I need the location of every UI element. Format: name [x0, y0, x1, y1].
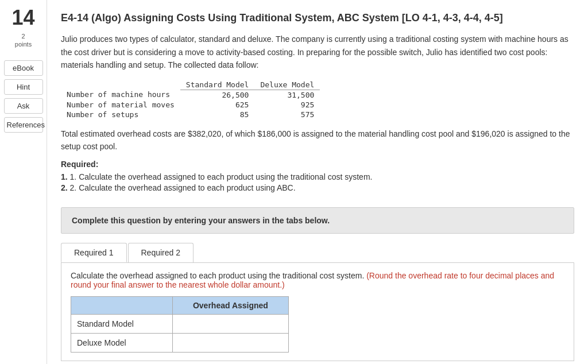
data-row-label: Number of setups — [61, 110, 180, 119]
ask-button[interactable]: Ask — [4, 98, 43, 114]
tab-instruction: Calculate the overhead assigned to each … — [71, 271, 564, 289]
data-row-label: Number of machine hours — [61, 90, 180, 100]
answer-table-row: Deluxe Model — [71, 334, 289, 353]
col2-header: Deluxe Model — [254, 80, 320, 90]
data-row-col2: 31,500 — [254, 90, 320, 100]
ebook-button[interactable]: eBook — [4, 60, 43, 76]
sidebar: 14 2 points eBook Hint Ask References — [0, 0, 47, 364]
data-table-row: Number of machine hours 26,500 31,500 — [61, 90, 320, 100]
data-table-row: Number of material moves 625 925 — [61, 100, 320, 110]
data-row-col1: 26,500 — [180, 90, 255, 100]
answer-table-col-header: Overhead Assigned — [172, 297, 288, 315]
data-row-col2: 575 — [254, 110, 320, 119]
problem-number: 14 — [11, 6, 34, 30]
question-title: E4-14 (Algo) Assigning Costs Using Tradi… — [61, 11, 574, 25]
total-text: Total estimated overhead costs are $382,… — [61, 127, 574, 153]
answer-row-input-cell — [172, 315, 288, 334]
data-row-col1: 625 — [180, 100, 255, 110]
answer-row-label: Standard Model — [71, 315, 173, 334]
required-item-2: 2. 2. Calculate the overhead assigned to… — [61, 183, 574, 192]
answer-row-input-cell — [172, 334, 288, 353]
answer-input-0[interactable] — [179, 318, 283, 330]
answer-row-label: Deluxe Model — [71, 334, 173, 353]
data-row-col2: 925 — [254, 100, 320, 110]
data-row-label: Number of material moves — [61, 100, 180, 110]
required-item-1: 1. 1. Calculate the overhead assigned to… — [61, 172, 574, 181]
tabs-container: Required 1 Required 2 — [61, 243, 574, 263]
hint-button[interactable]: Hint — [4, 79, 43, 95]
instruction-box: Complete this question by entering your … — [61, 207, 574, 234]
tab-required1[interactable]: Required 1 — [61, 243, 127, 262]
answer-input-1[interactable] — [179, 337, 283, 348]
required-section: Required: 1. 1. Calculate the overhead a… — [61, 160, 574, 192]
data-table: Standard Model Deluxe Model Number of ma… — [61, 80, 320, 119]
answer-table: Overhead Assigned Standard Model Deluxe … — [71, 296, 289, 353]
col1-header: Standard Model — [180, 80, 255, 90]
points-label: 2 points — [15, 32, 32, 49]
data-table-row: Number of setups 85 575 — [61, 110, 320, 119]
answer-table-col-label — [71, 297, 173, 315]
required-label: Required: — [61, 160, 574, 169]
tab-content: Calculate the overhead assigned to each … — [61, 263, 574, 361]
tab-required2[interactable]: Required 2 — [128, 243, 194, 262]
references-button[interactable]: References — [4, 117, 43, 133]
data-row-col1: 85 — [180, 110, 255, 119]
answer-table-row: Standard Model — [71, 315, 289, 334]
question-body: Julio produces two types of calculator, … — [61, 33, 574, 71]
main-content: E4-14 (Algo) Assigning Costs Using Tradi… — [47, 0, 588, 364]
